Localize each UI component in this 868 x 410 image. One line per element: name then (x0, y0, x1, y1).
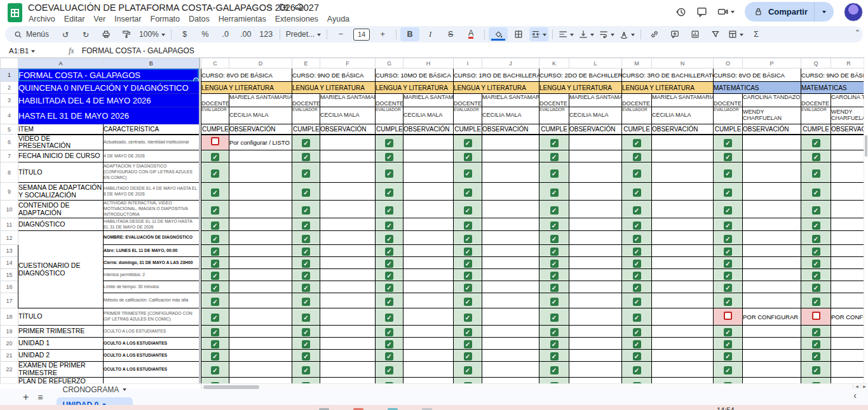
row-header-2[interactable]: 2 (1, 82, 18, 94)
row-header-8[interactable]: 8 (1, 162, 18, 183)
observacion-cell[interactable] (320, 245, 376, 257)
observacion-cell[interactable] (743, 245, 801, 257)
observacion-cell[interactable] (569, 326, 622, 338)
observacion-cell[interactable] (743, 362, 801, 378)
sheets-logo-icon[interactable] (8, 3, 22, 22)
observacion-cell[interactable] (403, 218, 454, 231)
observacion-cell[interactable] (652, 293, 714, 308)
item-header[interactable]: ITEM (18, 124, 104, 135)
row-header-9[interactable]: 9 (1, 183, 18, 201)
checked-checkbox-icon[interactable]: ✓ (211, 298, 219, 306)
cumple-checkbox-cell[interactable]: ✓ (622, 150, 652, 162)
cumple-checkbox-cell[interactable]: ✓ (201, 293, 229, 308)
checked-checkbox-icon[interactable]: ✓ (550, 340, 559, 348)
checked-checkbox-icon[interactable]: ✓ (464, 340, 472, 348)
observacion-cell[interactable] (743, 281, 801, 293)
checked-checkbox-icon[interactable]: ✓ (464, 248, 472, 256)
item-cell[interactable]: EXAMEN DE PRIMER TRIMESTRE (18, 362, 104, 378)
all-sheets-icon[interactable]: ≡ (37, 392, 42, 402)
caracteristica-cell[interactable]: OCULTO A LOS ESTUDIANTES (104, 362, 200, 378)
observacion-cell[interactable] (652, 269, 714, 281)
sheet-title-line[interactable]: HASTA EL 31 DE MAYO 2026 (18, 107, 200, 124)
checked-checkbox-icon[interactable]: ✓ (633, 260, 641, 268)
checked-checkbox-icon[interactable]: ✓ (464, 260, 472, 268)
increase-font-size-button[interactable]: + (373, 27, 392, 41)
col-header-F[interactable]: F (320, 58, 376, 69)
evaluador-name[interactable]: CECILIA MALA (229, 107, 292, 124)
caracteristica-cell[interactable]: Método de calificación: Calificación más… (104, 293, 200, 308)
evaluador-name[interactable]: CECILIA MALA (320, 107, 376, 124)
cumple-header[interactable]: CUMPLE (454, 124, 482, 135)
observacion-cell[interactable] (403, 362, 454, 378)
observacion-header[interactable]: OBSERVACIÓN (229, 124, 292, 135)
checked-checkbox-icon[interactable]: ✓ (302, 298, 310, 306)
observacion-cell[interactable] (403, 308, 454, 326)
checked-checkbox-icon[interactable]: ✓ (550, 314, 559, 322)
observacion-cell[interactable] (831, 293, 865, 308)
unchecked-checkbox-icon[interactable] (724, 312, 732, 320)
cumple-checkbox-cell[interactable]: ✓ (622, 350, 652, 362)
cumple-checkbox-cell[interactable]: ✓ (454, 135, 482, 150)
merge-cells-button[interactable] (529, 27, 548, 41)
cumple-checkbox-cell[interactable]: ✓ (539, 326, 569, 338)
col-header-B[interactable]: B (104, 58, 200, 69)
cumple-checkbox-cell[interactable]: ✓ (801, 350, 831, 362)
observacion-cell[interactable] (482, 269, 539, 281)
cumple-header[interactable]: CUMPLE (539, 124, 569, 135)
observacion-cell[interactable] (652, 245, 714, 257)
caracteristica-cell[interactable]: OCULTO A LOS ESTUDIANTES (104, 338, 200, 350)
add-sheet-icon[interactable]: + (23, 392, 29, 403)
cumple-checkbox-cell[interactable]: ✓ (376, 150, 403, 162)
observacion-cell[interactable] (831, 183, 865, 201)
format-percent-button[interactable]: % (196, 27, 215, 41)
item-cell[interactable]: VIDEO DE PRESENTACIÓN (18, 135, 104, 150)
materia-header-0[interactable]: LENGUA Y LITERATURA (201, 82, 292, 94)
cumple-checkbox-cell[interactable]: ✓ (714, 350, 743, 362)
observacion-cell[interactable] (320, 201, 376, 218)
cumple-checkbox-cell[interactable]: ✓ (376, 308, 403, 326)
cumple-checkbox-cell[interactable]: ✓ (201, 218, 229, 231)
cumple-checkbox-cell[interactable]: ✓ (622, 135, 652, 150)
item-cell[interactable]: UNIDAD 1 (18, 338, 104, 350)
observacion-cell[interactable] (569, 245, 622, 257)
checked-checkbox-icon[interactable]: ✓ (464, 284, 472, 292)
observacion-cell[interactable] (743, 150, 801, 162)
meet-icon[interactable] (717, 6, 735, 17)
observacion-cell[interactable] (482, 362, 539, 378)
checked-checkbox-icon[interactable]: ✓ (550, 272, 559, 280)
observacion-cell[interactable] (652, 135, 714, 150)
observacion-cell[interactable] (831, 281, 865, 293)
cumple-checkbox-cell[interactable]: ✓ (201, 201, 229, 218)
observacion-cell[interactable] (831, 257, 865, 269)
cumple-checkbox-cell[interactable]: ✓ (201, 269, 229, 281)
checked-checkbox-icon[interactable]: ✓ (302, 366, 310, 374)
cumple-checkbox-cell[interactable]: ✓ (292, 293, 320, 308)
observacion-cell[interactable] (403, 293, 454, 308)
cumple-checkbox-cell[interactable]: ✓ (292, 183, 320, 201)
evaluador-name[interactable]: WENDY CHARFUELAN (743, 107, 801, 124)
cumple-checkbox-cell[interactable]: ✓ (376, 326, 403, 338)
observacion-cell[interactable] (831, 269, 865, 281)
checked-checkbox-icon[interactable]: ✓ (385, 206, 393, 215)
checked-checkbox-icon[interactable]: ✓ (302, 272, 310, 280)
cumple-checkbox-cell[interactable]: ✓ (539, 269, 569, 281)
cumple-checkbox-cell[interactable]: ✓ (292, 201, 320, 218)
observacion-cell[interactable] (320, 326, 376, 338)
docente-label[interactable]: DOCENTE (201, 94, 229, 107)
curso-header-6[interactable]: CURSO: 8VO DE BÁSICA (714, 69, 801, 82)
checked-checkbox-icon[interactable]: ✓ (633, 169, 641, 178)
checked-checkbox-icon[interactable]: ✓ (724, 153, 732, 161)
caracteristica-cell[interactable]: NOMBRE: EVALUACIÓN DE DIAGNÓSTICO (104, 231, 200, 245)
curso-header-7[interactable]: CURSO: 9NO DE BÁSICA (801, 69, 865, 82)
materia-header-5[interactable]: LENGUA Y LITERATURA (622, 82, 714, 94)
cumple-checkbox-cell[interactable]: ✓ (622, 257, 652, 269)
undo-button[interactable]: ↺ (56, 27, 75, 41)
checked-checkbox-icon[interactable]: ✓ (464, 298, 472, 306)
observacion-cell[interactable] (652, 338, 714, 350)
checked-checkbox-icon[interactable]: ✓ (724, 298, 732, 306)
cumple-checkbox-cell[interactable]: ✓ (292, 150, 320, 162)
font-select-button[interactable]: Predet... (284, 27, 323, 41)
cumple-checkbox-cell[interactable]: ✓ (376, 257, 403, 269)
observacion-cell[interactable] (403, 135, 454, 150)
observacion-cell[interactable] (831, 338, 865, 350)
